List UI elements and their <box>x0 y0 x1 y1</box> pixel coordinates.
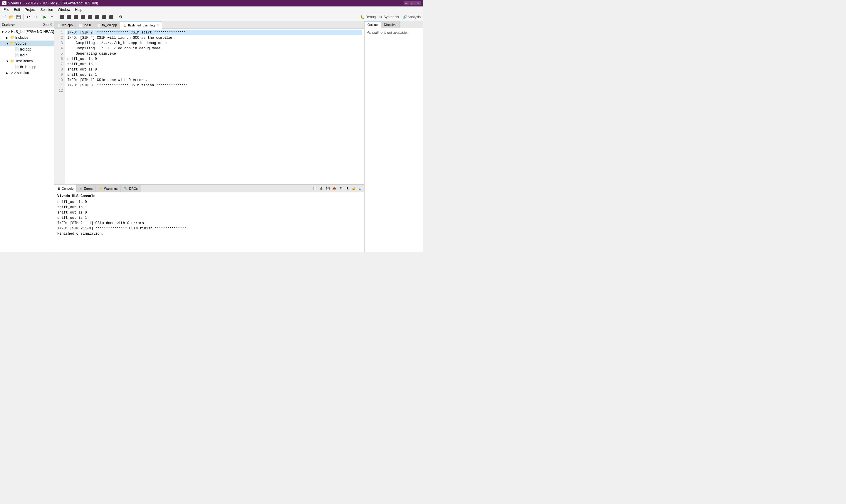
tree-icon-tb_led_cpp: 📄 <box>15 65 19 69</box>
menu-item-solution[interactable]: Solution <box>38 7 55 12</box>
code-area[interactable]: INFO: [SIM 2] *************** CSIM start… <box>65 29 364 184</box>
tree-item-led_cpp[interactable]: 📄 led.cpp <box>0 47 54 52</box>
tab-label-tb_led_cpp: tb_led.cpp <box>102 23 117 27</box>
tab-icon-led_cpp: 📄 <box>57 23 61 27</box>
console-toolbar-btn-7[interactable]: □ <box>357 186 363 192</box>
toolbar-btn7[interactable]: ⬛ <box>101 14 107 20</box>
synthesis-label[interactable]: ⚙ Synthesis <box>378 15 400 19</box>
console-toolbar-btn-4[interactable]: ⬆ <box>338 186 344 192</box>
console-line-0: shift_out is 0 <box>57 199 361 205</box>
console-tab-icon-console: 🖥 <box>57 187 60 190</box>
title-bar: V Vivado HLS 2019.2 - HLS_led (E:\FPGA\v… <box>0 0 423 6</box>
menu-item-help[interactable]: Help <box>73 7 85 12</box>
tree-icon-led_cpp: 📄 <box>15 47 19 51</box>
console-tab-errors[interactable]: ⚠ Errors <box>77 185 96 192</box>
console-tab-bar: 🖥 Console⚠ Errors⚡ Warnings🔧 DRCs📋🗑💾📤⬆⬇🔒… <box>54 185 364 192</box>
right-tab-outline[interactable]: Outline <box>364 21 381 28</box>
tree-icon-testbench: 📁 <box>10 59 14 63</box>
console-toolbar-btn-1[interactable]: 🗑 <box>319 186 324 192</box>
sep3 <box>57 14 57 20</box>
console-toolbar-btn-2[interactable]: 💾 <box>325 186 331 192</box>
tree-arrow-testbench: ▼ <box>6 60 10 63</box>
tab-led_cpp[interactable]: 📄 led.cpp <box>54 21 76 29</box>
tree-item-led_h[interactable]: 📄 led.h <box>0 52 54 58</box>
toolbar-redo[interactable]: ↪ <box>32 14 38 20</box>
toolbar-new[interactable]: 📄 <box>1 14 7 20</box>
line-num-11: 11 <box>54 83 65 88</box>
debug-label[interactable]: 🐛 Debug <box>359 15 377 19</box>
tree-item-solution1[interactable]: ▶ > > solution1 <box>0 70 54 76</box>
tree-item-source[interactable]: ▼ 📁 Source <box>0 40 54 47</box>
toolbar: 📄 📂 💾 ↩ ↪ ▶ ▼ ⬛ ⬛ ⬛ ⬛ ⬛ ⬛ ⬛ ⬛ ⚙ 🐛 Debug … <box>0 13 423 21</box>
explorer-header-icons: ⟳ □ ✕ <box>42 23 52 27</box>
tab-icon-flash_led_csim: 📋 <box>123 23 127 27</box>
console-tab-console[interactable]: 🖥 Console <box>54 185 77 192</box>
toolbar-run-arrow[interactable]: ▼ <box>49 14 55 20</box>
console-tab-warnings[interactable]: ⚡ Warnings <box>96 185 121 192</box>
toolbar-btn6[interactable]: ⬛ <box>94 14 100 20</box>
toolbar-btn1[interactable]: ⬛ <box>58 14 65 20</box>
tab-flash_led_csim[interactable]: 📋 flash_led_csim.log✕ <box>120 21 162 29</box>
toolbar-btn5[interactable]: ⬛ <box>87 14 93 20</box>
close-button[interactable]: ✕ <box>415 1 421 5</box>
line-num-8: 8 <box>54 67 65 72</box>
menu-item-file[interactable]: File <box>1 7 12 12</box>
analysis-label[interactable]: 🔗 Analysis <box>401 15 422 19</box>
toolbar-btn4[interactable]: ⬛ <box>79 14 86 20</box>
line-num-12: 12 <box>54 88 65 93</box>
tab-close-flash_led_csim[interactable]: ✕ <box>156 23 159 27</box>
console-line-2: shift_out is 0 <box>57 210 361 215</box>
console-tab-drcs[interactable]: 🔧 DRCs <box>121 185 141 192</box>
toolbar-run[interactable]: ▶ <box>42 14 48 20</box>
menu-item-edit[interactable]: Edit <box>12 7 22 12</box>
toolbar-btn2[interactable]: ⬛ <box>66 14 72 20</box>
toolbar-btn8[interactable]: ⬛ <box>108 14 114 20</box>
tab-led_h[interactable]: 📄 led.h <box>76 21 94 29</box>
console-toolbar-btn-5[interactable]: ⬇ <box>344 186 350 192</box>
tree-item-includes[interactable]: ▶ 📁 Includes <box>0 35 54 40</box>
right-tab-directive[interactable]: Directive <box>381 21 400 28</box>
menu-item-window[interactable]: Window <box>55 7 73 12</box>
maximize-button[interactable]: □ <box>410 1 415 5</box>
console-tab-icon-errors: ⚠ <box>79 186 83 190</box>
line-num-5: 5 <box>54 51 65 56</box>
console-content[interactable]: Vivado HLS Console shift_out is 0shift_o… <box>54 192 364 252</box>
console-tab-label-drcs: DRCs <box>129 187 138 190</box>
tree-item-root[interactable]: ▼ > > HLS_led [FPGA NO-HEAD] [FPGA NO-HE… <box>0 29 54 35</box>
toolbar-open[interactable]: 📂 <box>8 14 15 20</box>
explorer-close-icon[interactable]: ✕ <box>49 23 52 27</box>
console-panel: 🖥 Console⚠ Errors⚡ Warnings🔧 DRCs📋🗑💾📤⬆⬇🔒… <box>54 184 364 252</box>
code-line-6: shift_out is 0 <box>67 56 362 62</box>
tree-item-testbench[interactable]: ▼ 📁 Test Bench <box>0 58 54 64</box>
toolbar-undo[interactable]: ↩ <box>25 14 32 20</box>
console-toolbar-btn-0[interactable]: 📋 <box>312 186 318 192</box>
main-layout: Explorer ⟳ □ ✕ ▼ > > HLS_led [FPGA NO-HE… <box>0 21 423 252</box>
minimize-button[interactable]: ─ <box>403 1 409 5</box>
explorer-sync-icon[interactable]: ⟳ <box>42 23 46 27</box>
console-toolbar-btn-3[interactable]: 📤 <box>331 186 337 192</box>
left-panel: Explorer ⟳ □ ✕ ▼ > > HLS_led [FPGA NO-HE… <box>0 21 54 252</box>
console-line-3: shift_out is 1 <box>57 215 361 220</box>
code-line-2: INFO: [SIM 4] CSIM will launch GCC as th… <box>67 35 362 40</box>
tree-arrow-root: ▼ <box>1 30 4 34</box>
tree-arrow-source: ▼ <box>6 42 10 45</box>
line-num-4: 4 <box>54 46 65 51</box>
console-toolbar: 📋🗑💾📤⬆⬇🔒□ <box>311 185 364 192</box>
tree-arrow-includes: ▶ <box>6 36 10 39</box>
explorer-collapse-icon[interactable]: □ <box>47 23 49 27</box>
tree-item-tb_led_cpp[interactable]: 📄 tb_led.cpp <box>0 64 54 70</box>
title-bar-left: V Vivado HLS 2019.2 - HLS_led (E:\FPGA\v… <box>2 1 98 5</box>
editor-area[interactable]: 123456789101112 INFO: [SIM 2] **********… <box>54 29 364 184</box>
tree-label-root: > > HLS_led [FPGA NO-HEAD] [FPGA NO-HEAD… <box>5 30 54 34</box>
line-num-6: 6 <box>54 56 65 62</box>
toolbar-btn3[interactable]: ⬛ <box>73 14 79 20</box>
right-panel: OutlineDirective An outline is not avail… <box>364 21 423 252</box>
toolbar-save[interactable]: 💾 <box>15 14 22 20</box>
menu-item-project[interactable]: Project <box>22 7 38 12</box>
tab-icon-led_h: 📄 <box>79 23 82 27</box>
line-numbers: 123456789101112 <box>54 29 65 184</box>
tab-tb_led_cpp[interactable]: 📄 tb_led.cpp <box>94 21 120 29</box>
editor-tab-bar: 📄 led.cpp📄 led.h📄 tb_led.cpp📋 flash_led_… <box>54 21 364 29</box>
toolbar-settings[interactable]: ⚙ <box>118 14 124 20</box>
console-toolbar-btn-6[interactable]: 🔒 <box>351 186 357 192</box>
